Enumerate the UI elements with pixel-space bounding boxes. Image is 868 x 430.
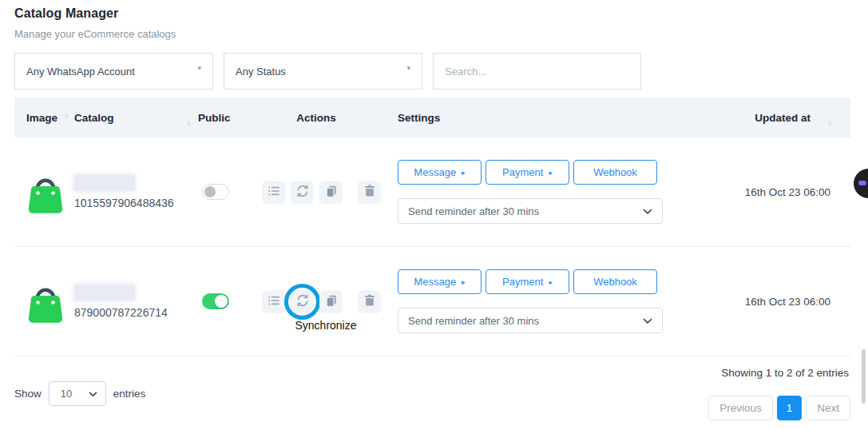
updated-at-value: 16th Oct 23 06:00	[745, 296, 830, 308]
actions-cell	[262, 181, 398, 204]
updated-at-cell: 16th Oct 23 06:00	[669, 294, 850, 309]
catalog-image-cell	[14, 277, 74, 326]
column-header-updated-at[interactable]: Updated at↑↓	[669, 112, 850, 124]
submenu-arrow-icon: ▸	[549, 278, 553, 286]
reminder-select[interactable]: Send reminder after 30 mins	[398, 308, 663, 333]
whatsapp-account-select-value: Any WhatsApp Account	[26, 66, 135, 78]
settings-cell: Message ▸ Payment ▸ Webhook Send reminde…	[398, 269, 669, 333]
sort-icon: ↑↓	[827, 119, 831, 127]
synchronize-button[interactable]	[291, 181, 314, 204]
actions-cell: Synchronize	[262, 290, 398, 313]
column-header-public: Public	[198, 112, 262, 124]
chevron-down-icon	[643, 205, 652, 217]
updated-at-cell: 16th Oct 23 06:00	[669, 185, 850, 199]
caret-down-icon: ▾	[197, 64, 201, 72]
chevron-down-icon	[643, 315, 652, 327]
catalog-id: 1015597906488436	[74, 197, 198, 209]
chevron-down-icon	[89, 388, 97, 400]
synchronize-annotation-label: Synchronize	[264, 319, 388, 332]
list-icon	[267, 184, 281, 201]
submenu-arrow-icon: ▸	[462, 169, 466, 177]
status-select[interactable]: Any Status ▾	[224, 53, 422, 90]
reminder-select-value: Send reminder after 30 mins	[408, 205, 539, 217]
public-toggle-off[interactable]	[202, 184, 229, 200]
widget-glyph-icon	[858, 181, 866, 185]
page-title: Catalog Manager	[14, 6, 850, 21]
filter-bar: Any WhatsApp Account ▾ Any Status ▾	[14, 53, 850, 90]
vertical-scrollbar-thumb[interactable]	[862, 349, 866, 404]
previous-page-button[interactable]: Previous	[708, 396, 773, 420]
page-size-value: 10	[61, 388, 72, 400]
copy-icon	[324, 293, 339, 310]
public-cell	[198, 184, 262, 200]
show-label: Show	[14, 388, 42, 400]
catalog-manager-page: Catalog Manager Manage your eCommerce ca…	[0, 0, 868, 420]
catalog-name-redacted	[74, 285, 135, 301]
catalog-items-button[interactable]	[262, 181, 285, 204]
shopping-bag-icon	[26, 202, 65, 216]
trash-icon	[363, 293, 377, 310]
synchronize-button[interactable]	[291, 290, 314, 313]
delete-button[interactable]	[358, 290, 381, 313]
duplicate-button[interactable]	[319, 290, 343, 313]
updated-at-value: 16th Oct 23 06:00	[745, 186, 830, 198]
copy-icon	[324, 184, 339, 201]
catalog-items-button[interactable]	[262, 290, 285, 313]
message-settings-button[interactable]: Message ▸	[398, 269, 482, 294]
caret-down-icon: ▾	[406, 64, 410, 72]
column-header-settings: Settings	[398, 112, 669, 124]
column-header-image[interactable]: Image↑↓	[14, 112, 74, 124]
catalog-cell: 1015597906488436	[74, 175, 198, 209]
sort-icon: ↑↓	[64, 112, 68, 120]
catalog-table: Image↑↓ Catalog↑↓ Public Actions Setting…	[14, 98, 850, 420]
pagination: Previous 1 Next	[708, 396, 850, 420]
search-box	[433, 53, 641, 90]
settings-cell: Message ▸ Payment ▸ Webhook Send reminde…	[398, 160, 669, 224]
page-subtitle: Manage your eCommerce catalogs	[14, 28, 850, 40]
entries-label: entries	[113, 388, 146, 400]
catalog-image-cell	[14, 167, 74, 217]
payment-settings-button[interactable]: Payment ▸	[486, 160, 569, 185]
table-row: 1015597906488436	[14, 137, 850, 247]
duplicate-button[interactable]	[319, 181, 343, 204]
page-size-control: Show 10 entries	[14, 366, 145, 420]
webhook-settings-button[interactable]: Webhook	[573, 160, 657, 185]
pagination-area: Showing 1 to 2 of 2 entries Previous 1 N…	[708, 366, 850, 420]
public-cell	[198, 293, 262, 309]
delete-button[interactable]	[358, 181, 381, 204]
table-footer: Show 10 entries Showing 1 to 2 of 2 entr…	[14, 366, 850, 420]
reminder-select[interactable]: Send reminder after 30 mins	[398, 198, 663, 224]
payment-settings-button[interactable]: Payment ▸	[486, 269, 569, 294]
catalog-cell: 879000787226714	[74, 285, 198, 319]
public-toggle-on[interactable]	[202, 293, 229, 309]
column-header-catalog[interactable]: Catalog↑↓	[74, 112, 198, 124]
message-settings-button[interactable]: Message ▸	[398, 160, 482, 185]
webhook-settings-button[interactable]: Webhook	[573, 269, 657, 294]
table-header-row: Image↑↓ Catalog↑↓ Public Actions Setting…	[14, 98, 850, 137]
whatsapp-account-select[interactable]: Any WhatsApp Account ▾	[14, 53, 213, 90]
showing-entries-text: Showing 1 to 2 of 2 entries	[721, 367, 850, 379]
status-select-value: Any Status	[236, 66, 286, 78]
table-row: 879000787226714	[14, 247, 850, 356]
page-1-button[interactable]: 1	[777, 396, 803, 420]
next-page-button[interactable]: Next	[806, 396, 850, 420]
page-size-select[interactable]: 10	[49, 381, 106, 406]
column-header-actions: Actions	[262, 112, 398, 124]
submenu-arrow-icon: ▸	[549, 169, 553, 177]
sync-icon	[295, 184, 310, 201]
reminder-select-value: Send reminder after 30 mins	[408, 315, 539, 327]
sync-icon	[295, 293, 310, 310]
list-icon	[267, 293, 281, 310]
catalog-name-redacted	[74, 175, 135, 191]
trash-icon	[363, 184, 377, 201]
search-input[interactable]	[445, 54, 629, 89]
sort-icon: ↑↓	[186, 119, 190, 127]
shopping-bag-icon	[26, 312, 65, 325]
submenu-arrow-icon: ▸	[462, 278, 466, 286]
catalog-id: 879000787226714	[74, 306, 198, 319]
